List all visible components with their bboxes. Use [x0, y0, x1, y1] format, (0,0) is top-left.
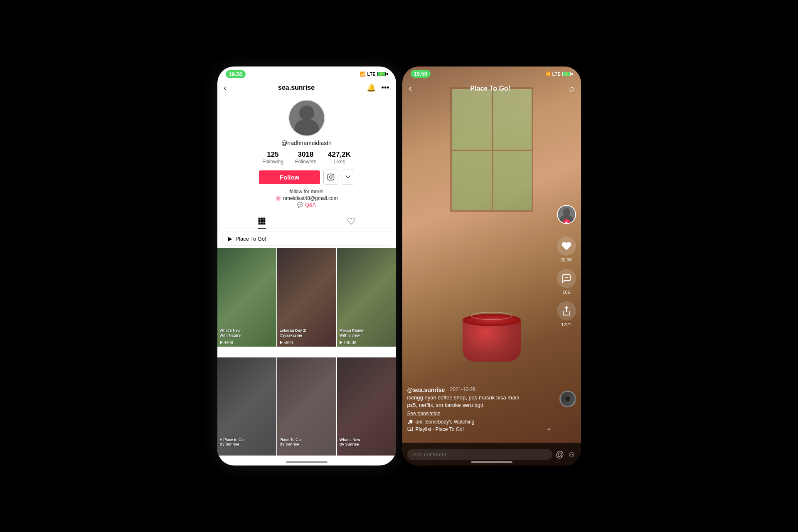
video-views: 5920 [280, 340, 293, 345]
music-disc[interactable] [559, 391, 576, 407]
playlist-info: Playlist · Place To Go! [407, 426, 464, 432]
bottom-video-info: @sea.sunrise · 2021-10-28 isengg nyari c… [407, 387, 552, 432]
svg-rect-10 [261, 222, 263, 224]
chevron-up-icon[interactable] [546, 426, 552, 432]
video-label: Lebaran Day 2!@jyaskasme [280, 328, 334, 338]
back-button[interactable]: ‹ [224, 84, 227, 92]
right-battery-icon: ⚡ [562, 72, 573, 76]
video-views: 4408 [220, 340, 233, 345]
svg-rect-3 [259, 218, 261, 220]
table-row[interactable]: A Place In GoBy Sunrise [217, 357, 276, 456]
right-home-indicator [471, 461, 512, 463]
avatar-image [289, 101, 324, 135]
tab-liked[interactable] [307, 214, 396, 229]
bio-email-line: 🌸 nmeidiastri8@gmail.com [275, 195, 338, 201]
qa-button[interactable]: Q&A [305, 202, 315, 208]
more-options-icon[interactable]: ••• [382, 84, 389, 92]
notification-icon[interactable]: 🔔 [367, 83, 376, 92]
share-action[interactable]: 1221 [557, 301, 576, 327]
right-lte-label: LTE [552, 71, 561, 76]
stat-likes: 427,2K Likes [328, 150, 351, 165]
right-time: 19.50 [411, 70, 431, 78]
video-label: A Place In GoBy Sunrise [220, 438, 274, 447]
table-row[interactable]: Place To GoBy Sunrise [277, 357, 336, 456]
creator-avatar[interactable]: + [557, 205, 576, 224]
play-icon [280, 341, 283, 344]
svg-rect-11 [263, 222, 265, 224]
email-emoji: 🌸 [275, 195, 281, 201]
comment-action[interactable]: 166 [557, 269, 576, 295]
playlist-text: Place To Go! [236, 236, 266, 242]
at-mention-icon[interactable]: @ [556, 450, 564, 459]
svg-point-1 [330, 176, 332, 178]
right-search-button[interactable]: ⌕ [569, 83, 574, 94]
following-label: Following [262, 159, 283, 165]
right-lightning-icon: ⚡ [564, 72, 569, 76]
bio-qa-line: 💬 Q&A [275, 202, 338, 208]
svg-rect-6 [259, 220, 261, 222]
video-grid: What's NewWith Nature 4408 Lebaran Day 2… [217, 248, 396, 466]
playlist-icon: ▶ [228, 235, 232, 242]
play-icon [340, 341, 342, 344]
svg-rect-4 [261, 218, 263, 220]
svg-rect-9 [259, 222, 261, 224]
right-signal-icon: 📶 [546, 71, 551, 76]
svg-rect-8 [263, 220, 265, 222]
profile-section: @nadhirameidiastri 125 Following 3018 Fo… [217, 96, 396, 209]
see-translation-button[interactable]: See translation [407, 411, 552, 416]
followers-value: 3018 [298, 150, 314, 159]
music-info: om: Somebody's Watching [407, 419, 552, 425]
video-description: isengg nyari coffee shop, pas masuk bisa… [407, 394, 552, 409]
comment-input[interactable] [407, 449, 552, 460]
coffee-cup [463, 320, 521, 362]
video-views: 148,3K [340, 340, 357, 345]
instagram-button[interactable] [323, 170, 338, 185]
share-button[interactable] [557, 301, 576, 320]
video-label: Makan RamenWith a view [340, 328, 394, 338]
window-vertical-frame [492, 89, 493, 210]
like-action[interactable]: 20,9K [557, 236, 576, 262]
playlist-banner[interactable]: ▶ Place To Go! [222, 232, 391, 246]
home-indicator [286, 461, 328, 463]
cup-body [463, 320, 521, 362]
svg-point-14 [567, 277, 568, 278]
qa-emoji: 💬 [297, 202, 303, 208]
profile-tabs [217, 214, 396, 229]
svg-rect-5 [263, 218, 265, 220]
right-back-button[interactable]: ‹ [409, 83, 412, 94]
right-top-nav: ‹ Place To Go! ⌕ [402, 81, 581, 96]
avatar [288, 100, 325, 136]
more-options-button[interactable] [342, 170, 354, 185]
table-row[interactable]: Lebaran Day 2!@jyaskasme 5920 [277, 248, 336, 347]
comment-button[interactable] [557, 269, 576, 288]
cup-swirl [471, 312, 512, 320]
svg-point-2 [332, 175, 333, 176]
svg-point-17 [411, 422, 412, 424]
tab-videos[interactable] [217, 214, 307, 229]
likes-value: 427,2K [328, 150, 351, 159]
video-date: · 2021-10-28 [447, 387, 475, 392]
playlist-text-right: Playlist · Place To Go! [416, 426, 464, 432]
stats-row: 125 Following 3018 Followers 427,2K Like… [262, 150, 351, 165]
like-button[interactable] [557, 236, 576, 256]
follow-button[interactable]: Follow [259, 170, 320, 184]
followers-label: Followers [295, 159, 316, 165]
video-label: Place To GoBy Sunrise [280, 438, 334, 447]
emoji-picker-icon[interactable]: ☺ [567, 450, 576, 459]
following-value: 125 [267, 150, 278, 159]
bio-text1: follow for more! [289, 189, 323, 195]
table-row[interactable]: What's NewBy Sunrise [337, 357, 396, 456]
right-status-bar: 19.50 📶 LTE ⚡ [402, 66, 581, 81]
cup-surface [463, 314, 521, 326]
creator-avatar-action[interactable]: + [557, 205, 576, 224]
left-status-icons: 📶 LTE ⚡ [360, 71, 388, 77]
svg-point-16 [408, 423, 409, 424]
stat-followers: 3018 Followers [295, 150, 316, 165]
window-decoration [450, 87, 533, 212]
profile-handle: @nadhirameidiastri [281, 140, 332, 146]
table-row[interactable]: What's NewWith Nature 4408 [217, 248, 276, 347]
like-count: 20,9K [560, 257, 572, 262]
video-label: What's NewWith Nature [220, 328, 274, 338]
table-row[interactable]: Makan RamenWith a view 148,3K [337, 248, 396, 347]
likes-label: Likes [334, 159, 345, 165]
